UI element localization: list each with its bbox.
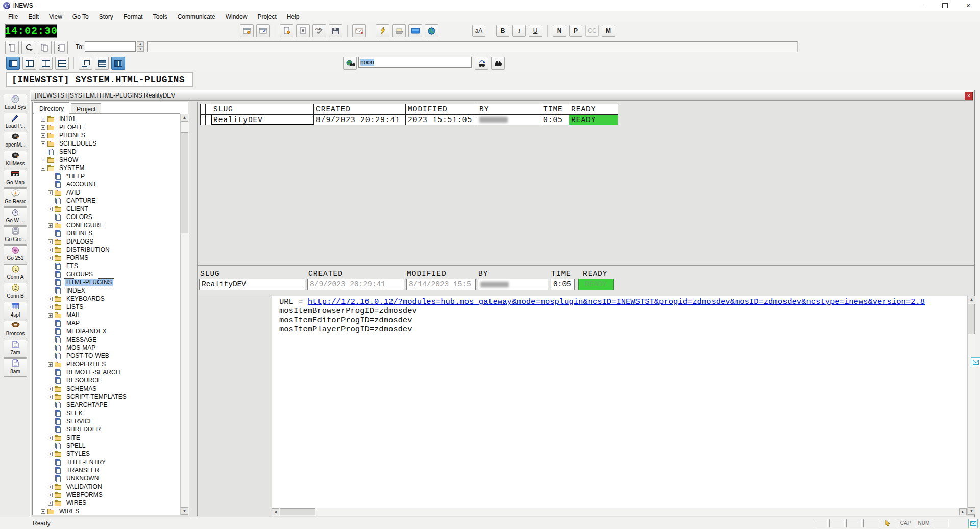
tree-item-distribution[interactable]: +DISTRIBUTION (33, 246, 180, 254)
cell-created[interactable]: 8/9/2023 20:29:41 (314, 115, 406, 125)
tree-item-colors[interactable]: COLORS (33, 213, 180, 221)
to-spinner[interactable]: ▲▼ (137, 41, 144, 52)
sidebar-button-killmess[interactable]: KillMess (4, 151, 27, 169)
form-modified-field[interactable]: 8/14/2023 15:5 (406, 279, 476, 290)
urgent-button[interactable] (376, 24, 389, 37)
tree-item-site[interactable]: +SITE (33, 434, 180, 442)
column-header-time[interactable]: TIME (541, 104, 569, 115)
tree-item-fts[interactable]: FTS (33, 262, 180, 270)
story-hscroll-thumb[interactable] (280, 508, 315, 515)
expand-icon[interactable]: + (48, 256, 53, 260)
menu-edit[interactable]: Edit (23, 12, 44, 21)
menu-file[interactable]: File (3, 12, 23, 21)
tree-item-system[interactable]: −SYSTEM (33, 164, 180, 172)
expand-icon[interactable]: + (41, 125, 45, 130)
scroll-up-icon[interactable]: ▲ (968, 296, 975, 303)
mail-status-button[interactable] (968, 519, 978, 528)
sidebar-button-go-map[interactable]: Go Map (4, 170, 27, 188)
menu-help[interactable]: Help (282, 12, 305, 21)
tree-item-shredder[interactable]: SHREDDER (33, 425, 180, 434)
tree-item-searchtape[interactable]: SEARCHTAPE (33, 401, 180, 409)
expand-icon[interactable]: + (41, 133, 45, 138)
form-slug-field[interactable]: RealityDEV (199, 279, 305, 290)
expand-icon[interactable]: + (48, 362, 53, 367)
collapse-icon[interactable]: − (41, 166, 45, 171)
tree-item-remote-search[interactable]: REMOTE-SEARCH (33, 368, 180, 376)
tree-item-wires[interactable]: +WIRES (33, 507, 180, 515)
layout-main-button[interactable] (6, 57, 20, 70)
message-notify-button[interactable] (971, 357, 980, 367)
tree-item-message[interactable]: MESSAGE (33, 335, 180, 344)
tree-item-validation[interactable]: +VALIDATION (33, 483, 180, 491)
tree-item-forms[interactable]: +FORMS (33, 254, 180, 262)
sidebar-button-go-gro[interactable]: Go Gro... (4, 226, 27, 245)
tree-item-show[interactable]: +SHOW (33, 156, 180, 164)
tree-item-mos-map[interactable]: MOS-MAP (33, 344, 180, 352)
layout-split-vertical-button[interactable] (39, 57, 53, 70)
scroll-down-icon[interactable]: ▼ (968, 507, 975, 515)
tree-item-html-plugins[interactable]: HTML-PLUGINS (33, 278, 180, 286)
expand-icon[interactable]: + (41, 117, 45, 122)
expand-icon[interactable]: + (48, 485, 53, 489)
tree-item-media-index[interactable]: MEDIA-INDEX (33, 327, 180, 335)
expand-icon[interactable]: + (48, 190, 53, 195)
recall-button[interactable] (21, 41, 35, 54)
presenter-button[interactable]: P (569, 25, 582, 37)
layout-two-pane-button[interactable] (111, 57, 125, 70)
expand-icon[interactable]: + (48, 395, 53, 399)
save-button[interactable] (329, 24, 342, 37)
expand-icon[interactable]: + (48, 223, 53, 228)
row-marker-cell[interactable] (206, 115, 211, 125)
row-select-cell[interactable] (201, 115, 206, 125)
media-panel-button[interactable] (408, 24, 422, 37)
tree-item-properties[interactable]: +PROPERTIES (33, 360, 180, 368)
sidebar-button-go-resrc[interactable]: ★Go Resrc (4, 188, 27, 207)
tree-item-index[interactable]: INDEX (33, 286, 180, 295)
cell-modified[interactable]: 2023 15:51:05 (406, 115, 477, 125)
find-button[interactable] (491, 57, 505, 70)
tree-item-mail[interactable]: +MAIL (33, 311, 180, 319)
italic-button[interactable]: I (512, 25, 526, 37)
layout-cascade-button[interactable] (79, 57, 92, 70)
story-new-button[interactable] (280, 24, 293, 37)
sidebar-button-conn-b[interactable]: 2Conn B (4, 283, 27, 301)
tree-item-avid[interactable]: +AVID (33, 188, 180, 197)
layout-columns-button[interactable] (22, 57, 36, 70)
sidebar-button-4spl[interactable]: 4spl (4, 302, 27, 320)
tree-item-dialogs[interactable]: +DIALOGS (33, 237, 180, 246)
tree-item-unknown[interactable]: UNKNOWN (33, 474, 180, 483)
cell-by[interactable] (477, 115, 541, 125)
tree-item-schedules[interactable]: +SCHEDULES (33, 139, 180, 148)
expand-icon[interactable]: + (48, 239, 53, 244)
tree-item-resource[interactable]: RESOURCE (33, 376, 180, 384)
minimize-button[interactable] (910, 0, 933, 11)
sidebar-button-conn-a[interactable]: 1Conn A (4, 264, 27, 282)
sidebar-button-load-sys[interactable]: Load Sys (4, 94, 27, 112)
tree-scrollbar-thumb[interactable] (181, 132, 188, 233)
tree-item-groups[interactable]: GROUPS (33, 270, 180, 278)
tree-item-phones[interactable]: +PHONES (33, 131, 180, 139)
expand-icon[interactable]: + (48, 248, 53, 252)
tree-item-service[interactable]: SERVICE (33, 417, 180, 425)
tree-item-keyboards[interactable]: +KEYBOARDS (33, 295, 180, 303)
expand-icon[interactable]: + (48, 305, 53, 309)
sidebar-button-load-p[interactable]: Load P... (4, 113, 27, 131)
queue-table-row[interactable]: RealityDEV8/9/2023 20:29:412023 15:51:05… (201, 115, 618, 125)
expand-icon[interactable]: + (48, 452, 53, 456)
queue-close-button[interactable]: × (965, 92, 973, 100)
tree-item-wires[interactable]: +WIRES (33, 499, 180, 507)
column-header-by[interactable]: BY (477, 104, 541, 115)
sidebar-button-7am[interactable]: 7am (4, 340, 27, 358)
tab-directory[interactable]: Directory (34, 102, 69, 114)
expand-icon[interactable]: + (41, 141, 45, 146)
menu-story[interactable]: Story (94, 12, 118, 21)
bold-button[interactable]: B (496, 25, 509, 37)
menu-communicate[interactable]: Communicate (173, 12, 220, 21)
tree-item-map[interactable]: MAP (33, 319, 180, 327)
tree-scrollbar[interactable]: ▲ ▼ (180, 114, 189, 515)
expand-icon[interactable]: + (48, 313, 53, 318)
scroll-left-icon[interactable]: ◄ (272, 508, 279, 515)
tree-item-configure[interactable]: +CONFIGURE (33, 221, 180, 229)
find-next-button[interactable] (475, 57, 488, 70)
story-vscrollbar[interactable]: ▲ ▼ (967, 296, 975, 515)
